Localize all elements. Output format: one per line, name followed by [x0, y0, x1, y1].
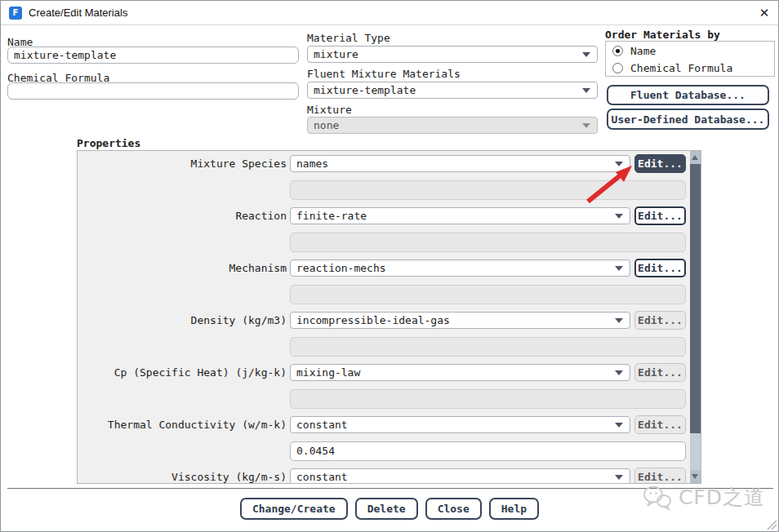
scroll-down-icon[interactable] — [690, 470, 701, 483]
radio-unselected-icon — [612, 63, 623, 73]
fluent-mixture-materials-dropdown[interactable]: mixture-template — [307, 82, 598, 99]
properties-label: Properties — [77, 137, 140, 149]
radio-order-by-chemical-formula[interactable]: Chemical Formula — [612, 60, 774, 76]
scroll-up-icon[interactable] — [690, 151, 701, 164]
edit-thermal-conductivity-button[interactable]: Edit... — [634, 415, 686, 434]
scrollbar-thumb[interactable] — [690, 164, 701, 433]
change-create-button[interactable]: Change/Create — [240, 498, 348, 520]
thermal-conductivity-value-input[interactable]: 0.0454 — [290, 441, 686, 461]
fluent-app-icon: F — [9, 7, 22, 20]
create-edit-materials-dialog: F Create/Edit Materials ✕ Name Chemical … — [0, 0, 779, 532]
order-materials-by-label: Order Materials by — [605, 29, 720, 41]
mixture-species-dropdown[interactable]: names — [290, 155, 630, 172]
name-input[interactable] — [7, 47, 299, 64]
mixture-label: Mixture — [307, 104, 352, 116]
fluent-mixture-materials-label: Fluent Mixture Materials — [307, 68, 461, 80]
edit-cp-button[interactable]: Edit... — [634, 363, 686, 382]
property-label-cp: Cp (Specific Heat) (j/kg-k) — [79, 366, 287, 379]
fluent-mixture-materials-value: mixture-template — [314, 84, 416, 96]
property-label-mechanism: Mechanism — [79, 262, 287, 274]
resize-grip-icon[interactable] — [764, 517, 777, 530]
material-type-value: mixture — [314, 48, 358, 60]
cp-dropdown[interactable]: mixing-law — [290, 364, 630, 381]
chevron-down-icon — [615, 214, 623, 219]
radio-selected-icon — [612, 46, 623, 56]
property-subfield — [290, 180, 686, 200]
edit-mixture-species-button[interactable]: Edit... — [634, 154, 686, 173]
mixture-value: none — [314, 119, 339, 131]
chevron-down-icon — [615, 475, 623, 480]
close-icon[interactable]: ✕ — [755, 4, 773, 22]
dialog-title: Create/Edit Materials — [29, 7, 127, 19]
close-button[interactable]: Close — [425, 498, 482, 520]
property-label-viscosity: Viscosity (kg/m-s) — [79, 471, 287, 483]
chevron-down-icon — [615, 318, 623, 323]
property-label-density: Density (kg/m3) — [79, 314, 287, 326]
dropdown-value: names — [296, 157, 328, 170]
thermal-conductivity-dropdown[interactable]: constant — [290, 416, 630, 433]
radio-label: Name — [630, 45, 656, 57]
order-materials-groupbox: Name Chemical Formula — [605, 41, 775, 77]
fluent-database-button[interactable]: Fluent Database... — [607, 85, 769, 105]
material-type-label: Material Type — [307, 32, 390, 44]
watermark-text: CFD之道 — [679, 484, 765, 511]
property-subfield — [290, 337, 686, 357]
user-defined-database-button[interactable]: User-Defined Database... — [607, 109, 769, 130]
edit-mechanism-button[interactable]: Edit... — [634, 259, 686, 277]
property-subfield — [290, 389, 686, 409]
chevron-down-icon — [615, 423, 623, 428]
mixture-dropdown: none — [307, 117, 598, 134]
dropdown-value: reaction-mechs — [296, 262, 386, 274]
properties-scrollbar[interactable] — [690, 151, 701, 483]
property-subfield — [290, 233, 686, 252]
density-dropdown[interactable]: incompressible-ideal-gas — [290, 312, 630, 329]
help-button[interactable]: Help — [489, 498, 539, 520]
wechat-icon — [642, 485, 673, 511]
chevron-down-icon — [615, 266, 623, 271]
property-label-mixture-species: Mixture Species — [79, 157, 287, 170]
radio-label: Chemical Formula — [630, 62, 732, 74]
chevron-down-icon — [582, 88, 590, 93]
watermark: CFD之道 — [642, 484, 765, 511]
edit-reaction-button[interactable]: Edit... — [634, 206, 686, 225]
property-label-thermal-conductivity: Thermal Conductivity (w/m-k) — [79, 419, 287, 431]
dropdown-value: constant — [296, 471, 348, 483]
properties-panel: Mixture Species names Edit... Reaction f… — [77, 150, 701, 484]
delete-button[interactable]: Delete — [355, 498, 418, 520]
radio-order-by-name[interactable]: Name — [612, 43, 774, 59]
material-type-dropdown[interactable]: mixture — [307, 46, 598, 63]
chevron-down-icon — [582, 123, 590, 128]
edit-viscosity-button[interactable]: Edit... — [634, 468, 686, 484]
edit-density-button[interactable]: Edit... — [634, 311, 686, 330]
viscosity-dropdown[interactable]: constant — [290, 468, 630, 484]
dropdown-value: constant — [296, 419, 348, 431]
dropdown-value: incompressible-ideal-gas — [296, 314, 450, 326]
property-subfield — [290, 285, 686, 304]
dropdown-value: mixing-law — [296, 366, 360, 379]
chemical-formula-input[interactable] — [7, 82, 299, 100]
chevron-down-icon — [615, 370, 623, 375]
property-label-reaction: Reaction — [79, 210, 287, 222]
mechanism-dropdown[interactable]: reaction-mechs — [290, 259, 630, 277]
title-bar: F Create/Edit Materials ✕ — [1, 1, 778, 25]
chevron-down-icon — [615, 162, 623, 166]
reaction-dropdown[interactable]: finite-rate — [290, 207, 630, 224]
chevron-down-icon — [582, 52, 590, 57]
dropdown-value: finite-rate — [296, 210, 367, 222]
